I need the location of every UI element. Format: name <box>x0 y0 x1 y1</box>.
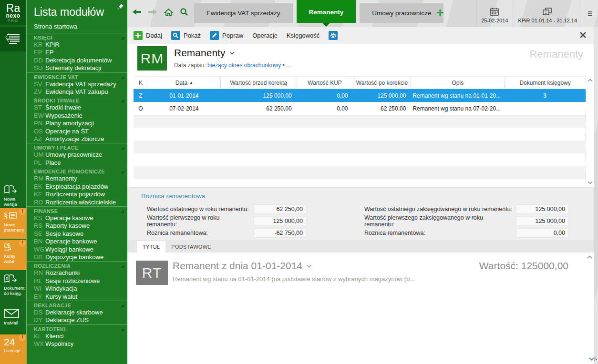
chevron-down-icon[interactable] <box>229 51 235 55</box>
tab-umowy-pracownicze[interactable]: Umowy pracownicze <box>360 3 443 23</box>
sidebar-item-rm[interactable]: RMRemanenty <box>27 175 127 182</box>
sidebar-item-sv[interactable]: SVEwidencja VAT sprzedaży <box>27 81 127 88</box>
chevron-down-icon[interactable] <box>307 264 312 268</box>
sidebar-item-wi[interactable]: WIWindykacja <box>27 285 127 293</box>
sidebar-item-kl[interactable]: KLKlienci <box>27 333 127 340</box>
scroll-up-icon[interactable] <box>587 255 592 259</box>
collapse-triangle-icon[interactable] <box>121 170 124 173</box>
forward-button[interactable] <box>147 7 158 17</box>
sidebar-item-wg[interactable]: WGWyciągi bankowe <box>27 246 127 253</box>
sidebar-item-strona-startowa[interactable]: Strona startowa <box>27 22 127 33</box>
chevron-down-icon <box>589 357 594 361</box>
sidebar-item-wx[interactable]: WXWspólnicy <box>27 340 127 348</box>
sidebar-item-ew[interactable]: EWWyposażenie <box>27 112 127 120</box>
sidebar-item-rl[interactable]: RLSesje rozliczeniowe <box>27 277 127 285</box>
field-label: Roznica remanentowa: <box>147 230 251 236</box>
resize-control[interactable]: /- <box>589 356 597 362</box>
column-header-wartość-przed-korektą[interactable]: Wartość przed korektą <box>220 77 297 89</box>
collapse-triangle-icon[interactable] <box>121 328 124 331</box>
sidebar-item-bn[interactable]: BNOperacje bankowe <box>27 238 127 245</box>
column-header-opis[interactable]: Opis <box>411 77 504 89</box>
scroll-down-icon[interactable] <box>588 181 593 184</box>
sidebar-item-um[interactable]: UMUmowy pracownicze <box>27 151 127 159</box>
pin-icon[interactable] <box>117 3 124 10</box>
vertical-scrollbar[interactable] <box>586 76 594 187</box>
home-button[interactable] <box>163 7 174 17</box>
module-section-header[interactable]: FINANSE <box>27 207 127 214</box>
rail-button-dokument-do-ksieg[interactable]: 0Dokument do księg. <box>0 272 26 305</box>
scroll-up-icon[interactable] <box>588 79 593 82</box>
module-section-header[interactable]: KARTOTEKI <box>27 325 127 333</box>
detail-tab-podstawowe[interactable]: PODSTAWOWE <box>165 241 217 253</box>
add-button[interactable]: Dodaj <box>134 31 162 40</box>
rail-button-nowa-wersja[interactable]: Nowa wersja <box>0 182 26 206</box>
collapse-triangle-icon[interactable] <box>121 304 124 307</box>
tab-remanenty[interactable]: Remanenty <box>297 0 356 23</box>
module-section-header[interactable]: ROZLICZENIA <box>27 262 127 269</box>
sidebar-item-zv[interactable]: ZVEwidencja VAT zakupu <box>27 88 127 96</box>
rail-button-insmail[interactable]: InsMail <box>0 306 26 334</box>
date-button[interactable]: 25-02-2014 <box>476 0 513 27</box>
module-section-header[interactable]: ŚRODKI TRWAŁE <box>27 97 127 104</box>
period-button[interactable]: 1 KPiR 01.01.14 - 31.12.14 <box>513 0 582 27</box>
column-header-wartość-po-korekcie[interactable]: Wartość po korekcie <box>353 77 411 89</box>
subtitle-suffix[interactable]: • ... <box>282 62 291 69</box>
sidebar-item-ds[interactable]: DSDeklaracje skarbowe <box>27 309 127 316</box>
sidebar-item-dy[interactable]: DYDeklaracje ZUS <box>27 316 127 324</box>
sidebar-item-sd[interactable]: SDSchematy dekretacji <box>27 64 127 72</box>
column-header-wartość-kup[interactable]: Wartość KUP <box>297 77 353 89</box>
gear-button[interactable] <box>329 31 338 40</box>
tab-ewidencja-vat-sprzedaży[interactable]: Ewidencja VAT sprzedaży <box>194 3 293 23</box>
sidebar-item-dd[interactable]: DDDekretacja dokumentów <box>27 57 127 64</box>
column-header-data[interactable]: Data▲ <box>148 77 220 89</box>
rail-button-licencje[interactable]: 24Licencje! <box>0 334 26 364</box>
sidebar-item-ek[interactable]: EKEksploatacja pojazdów <box>27 183 127 191</box>
module-section-header[interactable]: KSIĘGI <box>27 34 127 41</box>
back-button[interactable] <box>132 7 142 17</box>
search-button[interactable] <box>179 7 189 17</box>
table-row[interactable]: Z01-01-2014125 000,000,00125 000,00Reman… <box>134 89 586 102</box>
module-code: ST <box>34 104 45 111</box>
table-row[interactable]: O07-02-201462 250,000,0062 250,00Remanen… <box>134 102 586 115</box>
module-section-header[interactable]: DEKLARACJE <box>27 302 127 309</box>
sidebar-item-ey[interactable]: EYKursy walut <box>27 293 127 301</box>
sidebar-item-rn[interactable]: RNRozrachunki <box>27 269 127 277</box>
column-header-k[interactable]: K <box>134 77 148 89</box>
period-link[interactable]: bieżący okres obrachunkowy <box>207 62 281 69</box>
close-button[interactable] <box>579 31 587 40</box>
collapse-triangle-icon[interactable] <box>121 146 124 150</box>
collapse-triangle-icon[interactable] <box>121 76 124 79</box>
operations-menu[interactable]: Operacje <box>252 32 278 39</box>
sidebar-item-st[interactable]: STŚrodki trwałe <box>27 104 127 111</box>
sidebar-item-se[interactable]: SESesje kasowe <box>27 230 127 238</box>
sidebar-item-os[interactable]: OSOperacje na ŚT <box>27 128 127 135</box>
show-button[interactable]: Pokaż <box>171 31 201 40</box>
column-header-dokument-księgowy[interactable]: Dokument księgowy <box>504 77 586 89</box>
sidebar-item-kr[interactable]: KRKPiR <box>27 41 127 49</box>
sidebar-item-ep[interactable]: EPEP <box>27 49 127 56</box>
sidebar-item-db[interactable]: DBDyspozycje bankowe <box>27 253 127 261</box>
collapse-triangle-icon[interactable] <box>121 99 124 102</box>
collapse-triangle-icon[interactable] <box>121 210 124 213</box>
collapse-triangle-icon[interactable] <box>121 36 124 40</box>
sidebar-item-ke[interactable]: KERozliczenia pojazdów <box>27 191 127 198</box>
sidebar-item-ks[interactable]: KSOperacje kasowe <box>27 214 127 222</box>
module-section-header[interactable]: EWIDENCJE VAT <box>27 73 127 81</box>
accounting-menu[interactable]: Księgowość <box>287 32 320 39</box>
sidebar-item-az[interactable]: AZAmortyzacje zbiorcze <box>27 135 127 143</box>
window-menu-button[interactable] <box>582 0 598 27</box>
module-section-header[interactable]: UMOWY I PŁACE <box>27 144 127 151</box>
module-section-header[interactable]: EWIDENCJE POMOCNICZE <box>27 168 127 175</box>
sidebar-item-pn[interactable]: PNPlany amortyzacji <box>27 120 127 127</box>
sidebar-item-rs[interactable]: RSRaporty kasowe <box>27 222 127 230</box>
sidebar-item-pl[interactable]: PLPłace <box>27 159 127 167</box>
add-tab-button[interactable]: + <box>436 6 444 20</box>
rail-button-nowe-parametry[interactable]: §Nowe parametry! <box>0 208 26 239</box>
page-subtitle: Data zapisu: bieżący okres obrachunkowy … <box>174 62 291 69</box>
collapse-triangle-icon[interactable] <box>121 264 124 268</box>
sidebar-item-ro[interactable]: RORozliczenia właścicielskie <box>27 199 127 206</box>
detail-tab-tytuł[interactable]: TYTUŁ <box>137 241 165 253</box>
edit-button[interactable]: Popraw <box>210 31 243 40</box>
rail-button-kursy-walut[interactable]: €$Kursy walut! <box>0 240 26 270</box>
current-module-indicator[interactable] <box>0 27 26 51</box>
